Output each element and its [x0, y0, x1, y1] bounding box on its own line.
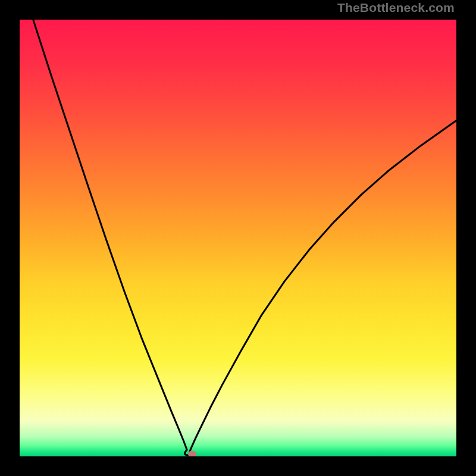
watermark-label: TheBottleneck.com — [337, 1, 455, 15]
svg-rect-0 — [20, 20, 456, 456]
plot-area — [20, 20, 456, 456]
current-config-marker — [188, 451, 196, 456]
background-gradient — [20, 20, 456, 456]
chart-frame: TheBottleneck.com — [0, 0, 476, 476]
